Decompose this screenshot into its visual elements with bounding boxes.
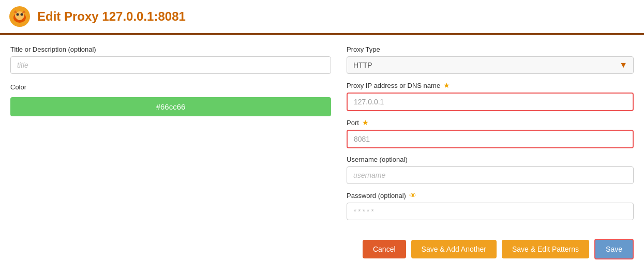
proxy-ip-label-row: Proxy IP address or DNS name ★ — [347, 81, 634, 89]
username-label: Username (optional) — [347, 156, 408, 163]
proxy-type-select-wrapper: HTTP HTTPS SOCKS4 SOCKS5 ▼ — [347, 56, 634, 74]
title-input[interactable] — [10, 56, 331, 74]
password-input[interactable] — [347, 203, 634, 220]
port-field-group: Port ★ — [347, 118, 634, 148]
save-button[interactable]: Save — [594, 239, 634, 259]
proxy-ip-input[interactable] — [347, 93, 634, 111]
proxy-ip-field-group: Proxy IP address or DNS name ★ — [347, 81, 634, 111]
password-field-group: Password (optional) 👁 — [347, 191, 634, 220]
port-label-row: Port ★ — [347, 118, 634, 127]
port-required-star-icon: ★ — [362, 118, 369, 127]
save-edit-patterns-button[interactable]: Save & Edit Patterns — [502, 240, 589, 258]
password-label-row: Password (optional) 👁 — [347, 191, 634, 200]
proxy-ip-label: Proxy IP address or DNS name — [347, 82, 440, 89]
save-add-another-button[interactable]: Save & Add Another — [411, 240, 497, 258]
color-label: Color — [10, 83, 331, 91]
port-input[interactable] — [347, 130, 634, 148]
right-column: Proxy Type HTTP HTTPS SOCKS4 SOCKS5 ▼ Pr… — [347, 45, 634, 227]
svg-point-3 — [17, 13, 19, 16]
cancel-button[interactable]: Cancel — [363, 240, 406, 258]
proxy-type-field-group: Proxy Type HTTP HTTPS SOCKS4 SOCKS5 ▼ — [347, 45, 634, 74]
title-field-group: Title or Description (optional) — [10, 45, 331, 74]
eye-icon: 👁 — [409, 191, 416, 200]
footer-actions: Cancel Save & Add Another Save & Edit Pa… — [0, 233, 644, 266]
color-picker-button[interactable]: #66cc66 — [10, 97, 331, 116]
password-label: Password (optional) — [347, 192, 406, 200]
app-logo — [8, 5, 31, 28]
main-content: Title or Description (optional) Color #6… — [0, 35, 644, 233]
required-star-icon: ★ — [443, 81, 450, 89]
header: Edit Proxy 127.0.0.1:8081 — [0, 0, 644, 35]
proxy-type-label: Proxy Type — [347, 45, 380, 53]
username-label-row: Username (optional) — [347, 156, 634, 163]
title-label: Title or Description (optional) — [10, 45, 331, 53]
username-input[interactable] — [347, 166, 634, 184]
color-field-group: Color #66cc66 — [10, 83, 331, 116]
svg-point-4 — [21, 13, 23, 16]
proxy-type-select[interactable]: HTTP HTTPS SOCKS4 SOCKS5 — [347, 56, 634, 74]
page-title: Edit Proxy 127.0.0.1:8081 — [37, 9, 186, 24]
proxy-type-label-row: Proxy Type — [347, 45, 634, 53]
left-column: Title or Description (optional) Color #6… — [10, 45, 331, 227]
username-field-group: Username (optional) — [347, 156, 634, 184]
port-label: Port — [347, 119, 359, 127]
svg-point-7 — [17, 17, 22, 20]
